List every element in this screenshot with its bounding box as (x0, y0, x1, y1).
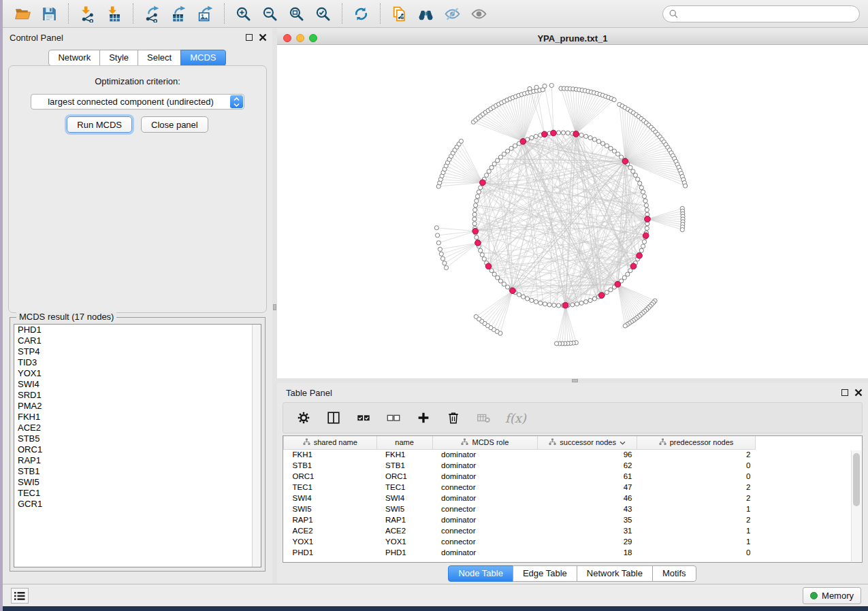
network-canvas[interactable] (277, 45, 868, 378)
column-header-name[interactable]: name (376, 436, 432, 449)
list-item[interactable]: STB1 (14, 466, 261, 477)
shared-column-icon (659, 438, 666, 447)
hide-graphics-details-icon[interactable] (443, 5, 462, 23)
list-item[interactable]: YOX1 (14, 368, 261, 379)
float-panel-icon[interactable] (246, 34, 253, 41)
table-cell: ACE2 (284, 525, 377, 536)
list-item[interactable]: RAP1 (14, 455, 261, 466)
column-header-successor-nodes[interactable]: successor nodes (538, 436, 637, 449)
horizontal-splitter[interactable] (277, 378, 868, 383)
list-item[interactable]: STB5 (14, 433, 261, 444)
list-item[interactable]: SWI4 (14, 379, 261, 390)
add-column-icon[interactable] (415, 410, 432, 426)
table-cell: 62 (538, 460, 637, 471)
tab-motifs[interactable]: Motifs (652, 565, 696, 582)
table-row[interactable]: YOX1YOX1connector291 (284, 536, 756, 547)
column-label: predecessor nodes (670, 438, 734, 446)
splitter-handle[interactable] (572, 379, 578, 382)
tab-style[interactable]: Style (99, 50, 138, 66)
network-graph[interactable] (277, 45, 868, 378)
table-cell: 96 (538, 449, 637, 460)
column-header-MCDS-role[interactable]: MCDS role (432, 436, 538, 449)
tab-mcds[interactable]: MCDS (180, 50, 225, 66)
memory-button[interactable]: Memory (803, 587, 861, 604)
list-item[interactable]: SWI5 (14, 477, 261, 488)
table-cell: dominator (432, 493, 538, 503)
select-all-checkboxes-icon[interactable] (355, 410, 372, 426)
delete-column-trash-icon[interactable] (445, 410, 462, 426)
close-panel-button[interactable]: Close panel (141, 116, 208, 133)
table-row[interactable]: SWI5SWI5connector431 (284, 503, 756, 514)
export-image-icon[interactable] (196, 5, 214, 23)
table-cell: dominator (432, 449, 538, 460)
table-row[interactable]: RAP1RAP1dominator352 (284, 514, 756, 525)
import-network-icon[interactable] (78, 5, 97, 23)
list-item[interactable]: SRD1 (14, 390, 261, 401)
search-binoculars-icon[interactable] (417, 5, 435, 23)
copy-document-icon[interactable] (390, 5, 408, 23)
import-table-icon[interactable] (105, 5, 123, 23)
refresh-view-icon[interactable] (352, 5, 370, 23)
list-item[interactable]: STP4 (14, 346, 261, 357)
table-cell: SWI5 (376, 503, 432, 514)
show-graphics-details-icon[interactable] (470, 5, 488, 23)
list-item[interactable]: ACE2 (14, 423, 261, 433)
open-file-icon[interactable] (14, 5, 32, 23)
table-scrollbar[interactable] (851, 450, 861, 561)
table-row[interactable]: TEC1TEC1connector472 (284, 482, 756, 493)
float-panel-icon[interactable] (841, 389, 848, 396)
zoom-fit-icon[interactable] (287, 5, 306, 23)
node-table-viewport: shared namenameMCDS rolesuccessor nodesp… (283, 435, 863, 563)
save-session-icon[interactable] (40, 5, 59, 23)
search-input[interactable] (679, 7, 859, 21)
list-scrollbar-track[interactable] (252, 325, 261, 567)
table-scrollbar-thumb[interactable] (853, 453, 860, 506)
column-header-shared-name[interactable]: shared name (284, 436, 377, 449)
table-cell: 46 (538, 493, 637, 503)
list-item[interactable]: FKH1 (14, 412, 261, 423)
optimization-criterion-dropdown[interactable]: largest connected component (undirected) (31, 94, 244, 110)
list-item[interactable]: PMA2 (14, 401, 261, 412)
table-cell: FKH1 (284, 449, 377, 460)
toolbar-search-box[interactable] (662, 5, 860, 22)
table-row[interactable]: ACE2ACE2connector311 (284, 525, 756, 536)
zoom-out-icon[interactable] (261, 5, 279, 23)
close-panel-icon[interactable] (854, 389, 863, 397)
tab-select[interactable]: Select (138, 50, 181, 66)
list-item[interactable]: PHD1 (14, 325, 261, 335)
deselect-all-checkboxes-icon[interactable] (385, 410, 402, 426)
vertical-splitter[interactable] (272, 29, 277, 584)
zoom-in-icon[interactable] (234, 5, 253, 23)
split-view-icon[interactable] (325, 410, 342, 426)
network-window-titlebar[interactable]: YPA_prune.txt_1 (277, 31, 868, 45)
tab-edge-table[interactable]: Edge Table (513, 565, 577, 582)
status-bar: Memory (3, 584, 868, 606)
table-row[interactable]: PHD1PHD1dominator180 (284, 547, 756, 558)
export-table-icon[interactable] (170, 5, 188, 23)
zoom-selected-icon[interactable] (314, 5, 332, 23)
shared-column-icon (303, 438, 310, 447)
tab-network-table[interactable]: Network Table (577, 565, 653, 582)
task-history-button[interactable] (11, 588, 29, 604)
export-network-icon[interactable] (143, 5, 161, 23)
table-row[interactable]: STB1STB1dominator620 (284, 460, 756, 471)
column-header-predecessor-nodes[interactable]: predecessor nodes (637, 436, 755, 449)
column-settings-gear-icon[interactable] (295, 410, 312, 426)
close-panel-icon[interactable] (259, 33, 267, 42)
list-item[interactable]: TID3 (14, 357, 261, 368)
table-cell: 18 (538, 547, 637, 558)
list-item[interactable]: CAR1 (14, 335, 261, 346)
list-item[interactable]: ORC1 (14, 444, 261, 455)
table-row[interactable]: ORC1ORC1dominator610 (284, 471, 756, 482)
table-row[interactable]: FKH1FKH1dominator962 (284, 449, 756, 460)
tab-network[interactable]: Network (48, 50, 100, 66)
tab-node-table[interactable]: Node Table (448, 565, 513, 582)
mcds-result-list[interactable]: PHD1CAR1STP4TID3YOX1SWI4SRD1PMA2FKH1ACE2… (14, 324, 261, 567)
node-table: shared namenameMCDS rolesuccessor nodesp… (283, 436, 756, 558)
list-item[interactable]: TEC1 (14, 488, 261, 499)
dropdown-selected-value: largest connected component (undirected) (31, 97, 244, 107)
splitter-handle[interactable] (273, 304, 276, 310)
list-item[interactable]: GCR1 (14, 499, 261, 510)
run-mcds-button[interactable]: Run MCDS (67, 116, 132, 133)
table-row[interactable]: SWI4SWI4dominator462 (284, 493, 756, 503)
